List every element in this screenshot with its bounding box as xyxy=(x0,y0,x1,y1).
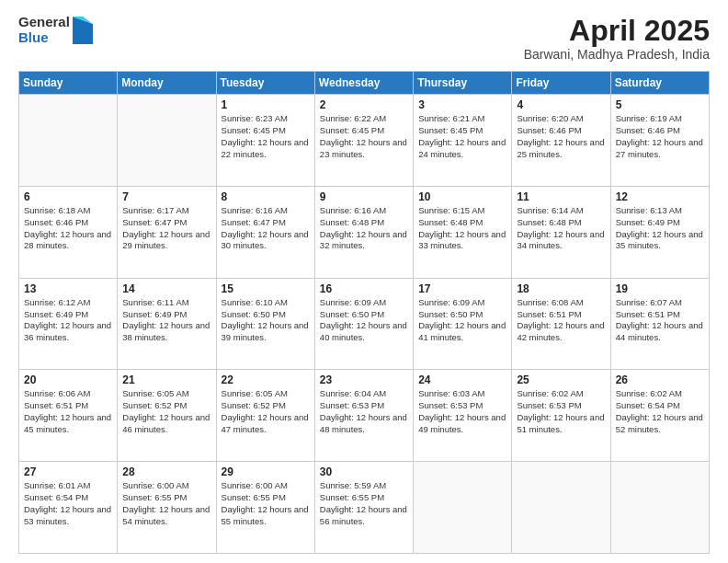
weekday-header-row: SundayMondayTuesdayWednesdayThursdayFrid… xyxy=(19,72,710,95)
day-number: 27 xyxy=(24,465,112,478)
calendar-cell xyxy=(414,462,512,554)
calendar-cell: 6Sunrise: 6:18 AMSunset: 6:46 PMDaylight… xyxy=(19,186,118,278)
calendar-cell: 10Sunrise: 6:15 AMSunset: 6:48 PMDayligh… xyxy=(414,186,512,278)
logo-icon xyxy=(73,17,93,44)
calendar-cell xyxy=(19,95,118,187)
day-info: Sunrise: 6:08 AMSunset: 6:51 PMDaylight:… xyxy=(517,297,605,344)
day-number: 16 xyxy=(320,282,408,295)
day-info: Sunrise: 6:00 AMSunset: 6:55 PMDaylight:… xyxy=(122,480,210,527)
day-number: 13 xyxy=(24,282,112,295)
day-info: Sunrise: 6:09 AMSunset: 6:50 PMDaylight:… xyxy=(418,297,506,344)
calendar-cell: 22Sunrise: 6:05 AMSunset: 6:52 PMDayligh… xyxy=(216,370,314,462)
calendar-cell: 29Sunrise: 6:00 AMSunset: 6:55 PMDayligh… xyxy=(216,462,314,554)
logo-general: General xyxy=(18,15,70,30)
day-info: Sunrise: 6:01 AMSunset: 6:54 PMDaylight:… xyxy=(24,480,112,527)
day-info: Sunrise: 6:02 AMSunset: 6:54 PMDaylight:… xyxy=(616,388,704,435)
calendar-cell: 19Sunrise: 6:07 AMSunset: 6:51 PMDayligh… xyxy=(610,278,709,370)
day-info: Sunrise: 6:11 AMSunset: 6:49 PMDaylight:… xyxy=(122,297,210,344)
calendar-week-row: 1Sunrise: 6:23 AMSunset: 6:45 PMDaylight… xyxy=(19,95,710,187)
day-number: 17 xyxy=(418,282,506,295)
weekday-header-wednesday: Wednesday xyxy=(314,72,413,95)
day-number: 21 xyxy=(122,373,210,386)
day-number: 10 xyxy=(418,190,506,203)
day-number: 30 xyxy=(320,465,408,478)
calendar-cell: 26Sunrise: 6:02 AMSunset: 6:54 PMDayligh… xyxy=(610,370,709,462)
day-info: Sunrise: 6:05 AMSunset: 6:52 PMDaylight:… xyxy=(122,388,210,435)
calendar-cell: 30Sunrise: 5:59 AMSunset: 6:55 PMDayligh… xyxy=(314,462,413,554)
calendar-cell xyxy=(118,95,216,187)
calendar-cell: 7Sunrise: 6:17 AMSunset: 6:47 PMDaylight… xyxy=(118,186,216,278)
calendar-week-row: 13Sunrise: 6:12 AMSunset: 6:49 PMDayligh… xyxy=(19,278,710,370)
day-info: Sunrise: 6:15 AMSunset: 6:48 PMDaylight:… xyxy=(418,205,506,252)
day-number: 8 xyxy=(222,190,310,203)
calendar-cell: 17Sunrise: 6:09 AMSunset: 6:50 PMDayligh… xyxy=(414,278,512,370)
day-number: 7 xyxy=(122,190,210,203)
title-section: April 2025 Barwani, Madhya Pradesh, Indi… xyxy=(524,15,710,62)
day-info: Sunrise: 6:07 AMSunset: 6:51 PMDaylight:… xyxy=(616,297,704,344)
day-info: Sunrise: 6:17 AMSunset: 6:47 PMDaylight:… xyxy=(122,205,210,252)
day-info: Sunrise: 6:12 AMSunset: 6:49 PMDaylight:… xyxy=(24,297,112,344)
day-info: Sunrise: 6:19 AMSunset: 6:46 PMDaylight:… xyxy=(616,113,704,160)
subtitle: Barwani, Madhya Pradesh, India xyxy=(524,47,710,62)
day-number: 12 xyxy=(616,190,704,203)
weekday-header-friday: Friday xyxy=(512,72,610,95)
calendar-cell: 18Sunrise: 6:08 AMSunset: 6:51 PMDayligh… xyxy=(512,278,610,370)
day-number: 19 xyxy=(616,282,704,295)
calendar-cell: 16Sunrise: 6:09 AMSunset: 6:50 PMDayligh… xyxy=(314,278,413,370)
day-info: Sunrise: 6:06 AMSunset: 6:51 PMDaylight:… xyxy=(24,388,112,435)
calendar-cell: 23Sunrise: 6:04 AMSunset: 6:53 PMDayligh… xyxy=(314,370,413,462)
day-number: 4 xyxy=(517,98,605,111)
day-info: Sunrise: 6:02 AMSunset: 6:53 PMDaylight:… xyxy=(517,388,605,435)
day-info: Sunrise: 6:22 AMSunset: 6:45 PMDaylight:… xyxy=(320,113,408,160)
calendar-cell: 13Sunrise: 6:12 AMSunset: 6:49 PMDayligh… xyxy=(19,278,118,370)
weekday-header-saturday: Saturday xyxy=(610,72,709,95)
calendar-week-row: 6Sunrise: 6:18 AMSunset: 6:46 PMDaylight… xyxy=(19,186,710,278)
calendar-week-row: 20Sunrise: 6:06 AMSunset: 6:51 PMDayligh… xyxy=(19,370,710,462)
page: General Blue April 2025 Barwani, Madhya … xyxy=(0,0,728,563)
day-number: 20 xyxy=(24,373,112,386)
calendar-cell: 2Sunrise: 6:22 AMSunset: 6:45 PMDaylight… xyxy=(314,95,413,187)
calendar-cell: 5Sunrise: 6:19 AMSunset: 6:46 PMDaylight… xyxy=(610,95,709,187)
logo: General Blue xyxy=(18,15,93,45)
day-number: 22 xyxy=(222,373,310,386)
day-info: Sunrise: 6:20 AMSunset: 6:46 PMDaylight:… xyxy=(517,113,605,160)
calendar-cell: 24Sunrise: 6:03 AMSunset: 6:53 PMDayligh… xyxy=(414,370,512,462)
day-number: 24 xyxy=(418,373,506,386)
day-info: Sunrise: 6:04 AMSunset: 6:53 PMDaylight:… xyxy=(320,388,408,435)
month-title: April 2025 xyxy=(524,15,710,47)
day-number: 9 xyxy=(320,190,408,203)
day-info: Sunrise: 6:00 AMSunset: 6:55 PMDaylight:… xyxy=(222,480,310,527)
calendar-cell: 3Sunrise: 6:21 AMSunset: 6:45 PMDaylight… xyxy=(414,95,512,187)
day-number: 2 xyxy=(320,98,408,111)
day-number: 28 xyxy=(122,465,210,478)
calendar-week-row: 27Sunrise: 6:01 AMSunset: 6:54 PMDayligh… xyxy=(19,462,710,554)
calendar-cell xyxy=(512,462,610,554)
calendar-cell: 25Sunrise: 6:02 AMSunset: 6:53 PMDayligh… xyxy=(512,370,610,462)
svg-marker-0 xyxy=(73,17,93,44)
weekday-header-sunday: Sunday xyxy=(19,72,118,95)
calendar-cell: 28Sunrise: 6:00 AMSunset: 6:55 PMDayligh… xyxy=(118,462,216,554)
calendar-cell: 8Sunrise: 6:16 AMSunset: 6:47 PMDaylight… xyxy=(216,186,314,278)
day-number: 29 xyxy=(222,465,310,478)
calendar-cell: 4Sunrise: 6:20 AMSunset: 6:46 PMDaylight… xyxy=(512,95,610,187)
calendar-cell: 20Sunrise: 6:06 AMSunset: 6:51 PMDayligh… xyxy=(19,370,118,462)
day-number: 5 xyxy=(616,98,704,111)
day-number: 11 xyxy=(517,190,605,203)
calendar-cell: 21Sunrise: 6:05 AMSunset: 6:52 PMDayligh… xyxy=(118,370,216,462)
day-info: Sunrise: 6:23 AMSunset: 6:45 PMDaylight:… xyxy=(222,113,310,160)
day-info: Sunrise: 6:16 AMSunset: 6:48 PMDaylight:… xyxy=(320,205,408,252)
calendar-cell: 11Sunrise: 6:14 AMSunset: 6:48 PMDayligh… xyxy=(512,186,610,278)
calendar-cell: 1Sunrise: 6:23 AMSunset: 6:45 PMDaylight… xyxy=(216,95,314,187)
day-number: 23 xyxy=(320,373,408,386)
day-info: Sunrise: 6:13 AMSunset: 6:49 PMDaylight:… xyxy=(616,205,704,252)
weekday-header-monday: Monday xyxy=(118,72,216,95)
weekday-header-tuesday: Tuesday xyxy=(216,72,314,95)
day-info: Sunrise: 6:10 AMSunset: 6:50 PMDaylight:… xyxy=(222,297,310,344)
logo-text: General Blue xyxy=(18,15,70,45)
calendar-cell: 14Sunrise: 6:11 AMSunset: 6:49 PMDayligh… xyxy=(118,278,216,370)
day-number: 6 xyxy=(24,190,112,203)
calendar-table: SundayMondayTuesdayWednesdayThursdayFrid… xyxy=(18,71,710,554)
calendar-cell xyxy=(610,462,709,554)
day-info: Sunrise: 6:14 AMSunset: 6:48 PMDaylight:… xyxy=(517,205,605,252)
day-info: Sunrise: 6:05 AMSunset: 6:52 PMDaylight:… xyxy=(222,388,310,435)
